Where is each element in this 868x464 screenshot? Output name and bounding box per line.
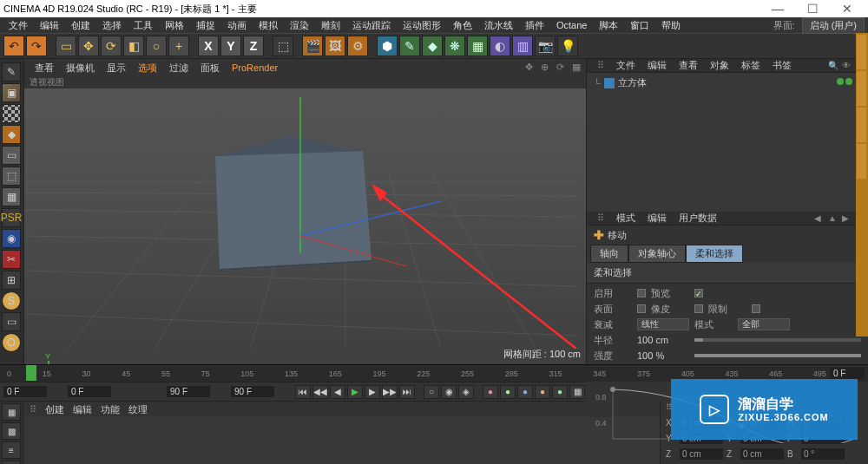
axis-y-button[interactable]: Y [220, 36, 241, 56]
workplane-button[interactable]: ◆ [2, 125, 21, 144]
object-tree[interactable]: └ 立方体 ✓ [587, 73, 868, 212]
material-list[interactable] [24, 417, 660, 464]
goto-start-button[interactable]: ⏮ [295, 385, 311, 399]
render-view-button[interactable]: 🎬 [302, 36, 323, 56]
obj-search-icon[interactable]: 🔍 [823, 61, 835, 70]
generator-button[interactable]: ◆ [422, 36, 443, 56]
minimize-button[interactable]: — [760, 2, 795, 16]
rotate-tool[interactable]: ⟳ [101, 36, 122, 56]
obj-eye-icon[interactable]: 👁 [837, 61, 849, 70]
bulb-icon-button[interactable]: 💡 [557, 36, 578, 56]
light-button[interactable]: ▥ [512, 36, 533, 56]
range-start-field[interactable]: 0 F [3, 386, 47, 397]
vp-menu-filter[interactable]: 过滤 [164, 62, 194, 75]
isoline-button[interactable]: ◉ [2, 229, 21, 248]
maximize-button[interactable]: ☐ [795, 2, 830, 16]
check-enable[interactable] [637, 289, 646, 297]
timeline-end-field[interactable]: 0 F [830, 368, 865, 379]
scale-tool[interactable]: ◧ [123, 36, 144, 56]
content-browser-strip[interactable] [856, 33, 868, 337]
attr-up-icon[interactable]: ▲ [823, 213, 835, 223]
tweak-button[interactable]: ✂ [2, 250, 21, 269]
menu-sculpt[interactable]: 雕刻 [316, 19, 345, 32]
vp-menu-display[interactable]: 显示 [102, 62, 131, 75]
mat-menu-texture[interactable]: 纹理 [128, 403, 148, 416]
combo-falloff[interactable]: 线性 [637, 318, 689, 330]
axis-button[interactable]: ⊞ [2, 271, 21, 290]
check-rubber[interactable] [694, 304, 703, 313]
spline-button[interactable]: ✎ [399, 36, 420, 56]
tab-axis[interactable]: 轴向 [590, 245, 628, 263]
menu-plugins[interactable]: 插件 [520, 19, 549, 32]
tab-soft-selection[interactable]: 柔和选择 [686, 245, 743, 263]
mat-menu-edit[interactable]: 编辑 [73, 403, 92, 416]
vp-nav-pan-icon[interactable]: ✥ [520, 62, 534, 74]
obj-tab-edit[interactable]: 编辑 [642, 59, 672, 72]
camera-icon-button[interactable]: 📷 [535, 36, 556, 56]
layout-dropdown[interactable]: 启动 (用户) [802, 17, 865, 34]
render-settings-button[interactable]: ⚙ [347, 36, 368, 56]
vp-menu-options[interactable]: 选项 [133, 62, 162, 75]
attr-tab-userdata[interactable]: 用户数据 [674, 212, 722, 225]
vp-menu-panel[interactable]: 面板 [195, 62, 225, 75]
menu-file[interactable]: 文件 [3, 19, 33, 32]
menu-tools[interactable]: 工具 [128, 19, 158, 32]
val-radius[interactable]: 100 cm [637, 335, 689, 345]
pos-z-field[interactable]: 0 cm [680, 448, 723, 460]
rot-b-field[interactable]: 0 ° [801, 448, 845, 460]
prev-key-button[interactable]: ◀◀ [312, 385, 328, 399]
keyframe-sel-button[interactable]: ◈ [458, 385, 474, 399]
axis-x-button[interactable]: X [198, 36, 219, 56]
next-frame-button[interactable]: ▶ [365, 385, 380, 399]
mat-checker-icon[interactable]: ▩ [2, 422, 21, 440]
obj-tab-tags[interactable]: 标签 [736, 59, 766, 72]
mat-menu-create[interactable]: 创建 [45, 403, 64, 416]
play-button[interactable]: ▶ [347, 385, 363, 399]
obj-tab-file[interactable]: 文件 [611, 59, 641, 72]
vp-nav-zoom-icon[interactable]: ⊕ [536, 62, 549, 74]
mat-max-icon[interactable]: MAX [2, 461, 21, 464]
menu-window[interactable]: 窗口 [625, 19, 654, 32]
falloff-curve[interactable]: 0.8 0.4 [594, 382, 854, 443]
tab-object-axis[interactable]: 对象轴心 [628, 245, 686, 263]
model-mode-button[interactable]: ▣ [2, 83, 21, 102]
camera-button[interactable]: ◐ [490, 36, 510, 56]
recent-tool[interactable]: ○ [146, 36, 167, 56]
next-key-button[interactable]: ▶▶ [382, 385, 398, 399]
check-preview[interactable] [694, 289, 703, 297]
point-mode-button[interactable]: ⬚ [2, 167, 21, 186]
menu-render[interactable]: 渲染 [285, 19, 314, 32]
tree-item-cube[interactable]: └ 立方体 ✓ [594, 76, 861, 89]
obj-tab-view[interactable]: 查看 [674, 59, 703, 72]
menu-pipeline[interactable]: 流水线 [479, 19, 518, 32]
menu-mograph[interactable]: 运动图形 [398, 19, 446, 32]
move-tool[interactable]: ✥ [78, 36, 99, 56]
menu-motiontracker[interactable]: 运动跟踪 [347, 19, 396, 32]
viewport-solo-button[interactable]: ▭ [2, 312, 21, 331]
key-pla-button[interactable]: ● [552, 385, 568, 399]
menu-character[interactable]: 角色 [448, 19, 477, 32]
vp-menu-prorender[interactable]: ProRender [227, 62, 283, 73]
mat-grid-icon[interactable]: ▦ [2, 403, 21, 421]
mat-layers-icon[interactable]: ≡ [2, 441, 21, 459]
menu-edit[interactable]: 编辑 [35, 19, 64, 32]
coord-system-button[interactable]: ⬚ [273, 36, 293, 56]
playhead[interactable] [26, 365, 36, 381]
obj-tab-objects[interactable]: 对象 [705, 59, 734, 72]
menu-octane[interactable]: Octane [551, 20, 592, 30]
check-surface[interactable] [637, 304, 646, 313]
mat-menu-function[interactable]: 功能 [101, 403, 120, 416]
attr-next-icon[interactable]: ▶ [837, 213, 849, 223]
goto-end-button[interactable]: ⏭ [399, 385, 415, 399]
record-key-button[interactable]: ○ [424, 385, 439, 399]
project-end-field[interactable]: 90 F [231, 386, 274, 397]
key-rot-button[interactable]: ● [517, 385, 533, 399]
menu-script[interactable]: 脚本 [594, 19, 623, 32]
vp-menu-view[interactable]: 查看 [30, 62, 59, 75]
texture-mode-button[interactable] [2, 104, 21, 123]
close-button[interactable]: ✕ [830, 2, 865, 16]
lasso-tool[interactable]: + [168, 36, 189, 56]
prev-frame-button[interactable]: ◀ [330, 385, 345, 399]
polygon-mode-button[interactable]: PSR [2, 208, 21, 227]
check-limit[interactable] [752, 304, 760, 313]
